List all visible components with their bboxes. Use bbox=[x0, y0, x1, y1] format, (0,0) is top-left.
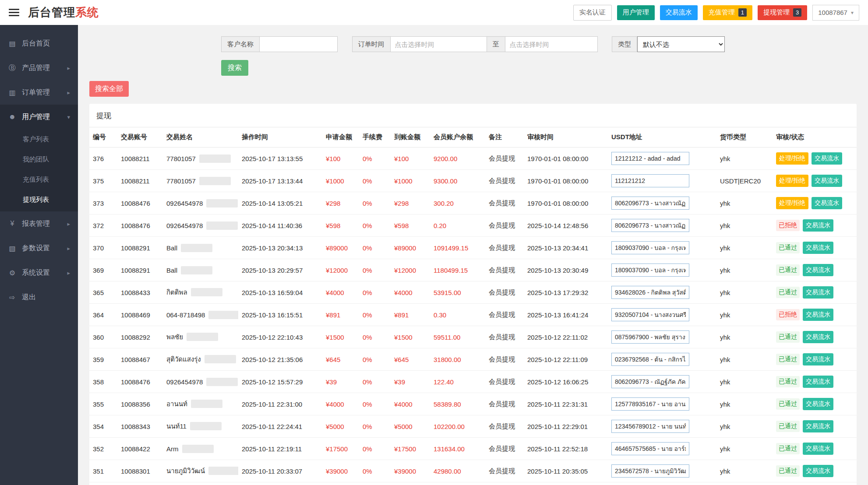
row-transaction-flow-button[interactable]: 交易流水 bbox=[803, 443, 833, 455]
row-fee: 0% bbox=[359, 259, 391, 281]
search-all-button[interactable]: 搜索全部 bbox=[89, 81, 129, 97]
order-time-label: 订单时间 bbox=[352, 36, 391, 52]
sidebar-item-products[interactable]: Ⓑ 产品管理 ▸ bbox=[0, 56, 78, 80]
process-reject-button[interactable]: 处理/拒绝 bbox=[776, 197, 808, 209]
usdt-address-input[interactable] bbox=[611, 219, 689, 232]
transaction-flow-header-button[interactable]: 交易流水 bbox=[660, 5, 698, 20]
end-time-input[interactable] bbox=[505, 36, 598, 52]
chevron-down-icon: ▾ bbox=[851, 10, 854, 16]
table-row: 359 10088467 สุติวัดแสงรุ่ง 2025-10-12 2… bbox=[89, 348, 857, 371]
usdt-address-input[interactable] bbox=[611, 197, 689, 210]
status-approved-label: 已通过 bbox=[776, 443, 800, 454]
sidebar-item-customer-list[interactable]: 客户列表 bbox=[0, 129, 78, 149]
usdt-address-input[interactable] bbox=[611, 353, 689, 366]
row-transaction-flow-button[interactable]: 交易流水 bbox=[803, 465, 833, 477]
type-label: 类型 bbox=[612, 36, 637, 52]
redacted-box bbox=[206, 221, 238, 230]
row-transaction-flow-button[interactable]: 交易流水 bbox=[803, 309, 833, 321]
withdraw-table: 编号 交易账号 交易姓名 操作时间 申请金额 手续费 到账金额 会员账户余额 备… bbox=[89, 127, 857, 482]
row-remark: 会员提现 bbox=[485, 192, 524, 214]
row-usdt-address bbox=[608, 304, 716, 326]
usdt-address-input[interactable] bbox=[611, 152, 689, 165]
type-select[interactable]: 默认不选 bbox=[637, 36, 725, 52]
usdt-address-input[interactable] bbox=[611, 330, 689, 344]
process-reject-button[interactable]: 处理/拒绝 bbox=[776, 175, 808, 187]
chevron-right-icon: ▸ bbox=[67, 270, 70, 276]
status-rejected-label: 已拒绝 bbox=[776, 309, 800, 320]
row-remark: 会员提现 bbox=[485, 237, 524, 259]
row-transaction-flow-button[interactable]: 交易流水 bbox=[803, 242, 833, 254]
row-received: ¥5000 bbox=[391, 415, 430, 438]
row-id: 375 bbox=[89, 170, 117, 192]
withdraw-management-button[interactable]: 提现管理 3 bbox=[758, 5, 807, 20]
row-status: 已通过交易流水 bbox=[773, 281, 857, 304]
row-transaction-flow-button[interactable]: 交易流水 bbox=[803, 219, 833, 232]
row-status: 处理/拒绝交易流水 bbox=[773, 170, 857, 192]
row-transaction-flow-button[interactable]: 交易流水 bbox=[803, 353, 833, 366]
sidebar-item-withdraw-list[interactable]: 提现列表 bbox=[0, 190, 78, 210]
row-transaction-flow-button[interactable]: 交易流水 bbox=[803, 331, 833, 343]
row-fee: 0% bbox=[359, 460, 391, 482]
usdt-address-input[interactable] bbox=[611, 241, 689, 254]
row-transaction-flow-button[interactable]: 交易流水 bbox=[812, 152, 842, 165]
sidebar-item-users[interactable]: ☻ 用户管理 ▾ bbox=[0, 105, 78, 129]
usdt-address-input[interactable] bbox=[611, 442, 689, 455]
usdt-address-input[interactable] bbox=[611, 420, 689, 433]
sidebar-item-settings[interactable]: ⚙ 系统设置 ▸ bbox=[0, 260, 78, 285]
sidebar-item-params[interactable]: ▧ 参数设置 ▸ bbox=[0, 236, 78, 260]
row-id: 359 bbox=[89, 348, 117, 371]
usdt-address-input[interactable] bbox=[611, 286, 689, 299]
row-name: สุติวัดแสงรุ่ง bbox=[163, 348, 238, 371]
status-approved-label: 已通过 bbox=[776, 287, 800, 298]
start-time-input[interactable] bbox=[391, 36, 487, 52]
user-dropdown[interactable]: 10087867 ▾ bbox=[812, 5, 859, 21]
row-transaction-flow-button[interactable]: 交易流水 bbox=[812, 175, 842, 187]
row-review-time: 2025-10-13 20:30:49 bbox=[524, 259, 608, 281]
sidebar-item-reports[interactable]: ¥ 报表管理 ▸ bbox=[0, 211, 78, 236]
dashboard-icon: ▤ bbox=[8, 39, 17, 48]
sidebar-item-orders[interactable]: ▥ 订单管理 ▸ bbox=[0, 80, 78, 105]
row-operation-time: 2025-10-12 21:35:06 bbox=[238, 348, 322, 371]
settings-icon: ⚙ bbox=[8, 269, 17, 277]
row-balance: 59511.00 bbox=[430, 326, 485, 348]
usdt-address-input[interactable] bbox=[611, 375, 689, 388]
recharge-management-button[interactable]: 充值管理 1 bbox=[703, 5, 752, 20]
row-fee: 0% bbox=[359, 237, 391, 259]
row-name: 0926454978 bbox=[163, 192, 238, 214]
row-usdt-address bbox=[608, 348, 716, 371]
row-id: 369 bbox=[89, 259, 117, 281]
row-operation-time: 2025-10-14 13:05:21 bbox=[238, 192, 322, 214]
usdt-address-input[interactable] bbox=[611, 264, 689, 277]
user-management-button[interactable]: 用户管理 bbox=[617, 5, 655, 20]
row-transaction-flow-button[interactable]: 交易流水 bbox=[812, 197, 842, 209]
row-transaction-flow-button[interactable]: 交易流水 bbox=[803, 420, 833, 432]
row-transaction-flow-button[interactable]: 交易流水 bbox=[803, 264, 833, 276]
realname-auth-button[interactable]: 实名认证 bbox=[573, 5, 612, 21]
usdt-address-input[interactable] bbox=[611, 308, 689, 321]
menu-toggle-icon[interactable] bbox=[9, 9, 19, 16]
usdt-address-input[interactable] bbox=[611, 464, 689, 478]
process-reject-button[interactable]: 处理/拒绝 bbox=[776, 152, 808, 165]
search-button[interactable]: 搜索 bbox=[221, 60, 248, 76]
row-account: 10088422 bbox=[117, 438, 163, 460]
row-status: 已通过交易流水 bbox=[773, 348, 857, 371]
sidebar-item-logout[interactable]: ⇨ 退出 bbox=[0, 285, 78, 309]
row-transaction-flow-button[interactable]: 交易流水 bbox=[803, 286, 833, 299]
sidebar-item-my-team[interactable]: 我的团队 bbox=[0, 149, 78, 169]
usdt-address-input[interactable] bbox=[611, 174, 689, 187]
usdt-address-input[interactable] bbox=[611, 397, 689, 411]
row-currency: yhk bbox=[716, 371, 773, 393]
row-transaction-flow-button[interactable]: 交易流水 bbox=[803, 376, 833, 388]
row-usdt-address bbox=[608, 237, 716, 259]
row-transaction-flow-button[interactable]: 交易流水 bbox=[803, 398, 833, 410]
row-received: ¥598 bbox=[391, 214, 430, 237]
redacted-box bbox=[199, 177, 231, 185]
row-amount: ¥89000 bbox=[322, 237, 359, 259]
row-currency: yhk bbox=[716, 393, 773, 415]
customer-name-input[interactable] bbox=[260, 36, 338, 52]
sidebar-item-home[interactable]: ▤ 后台首页 bbox=[0, 31, 78, 56]
row-review-time: 2025-10-13 16:41:24 bbox=[524, 304, 608, 326]
sidebar-item-recharge-list[interactable]: 充值列表 bbox=[0, 169, 78, 190]
row-remark: 会员提现 bbox=[485, 170, 524, 192]
row-id: 352 bbox=[89, 438, 117, 460]
